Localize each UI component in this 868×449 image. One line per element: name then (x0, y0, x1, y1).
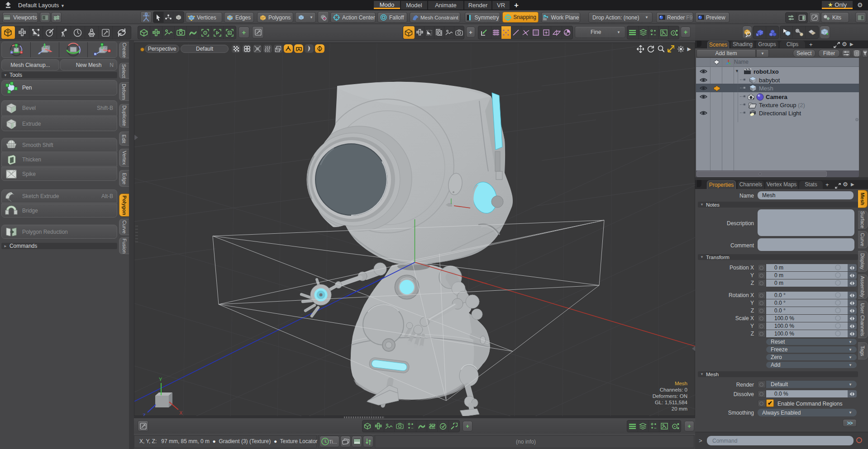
svg-text:X: X (179, 410, 183, 416)
svg-text:GL: 1,511,584: GL: 1,511,584 (655, 400, 688, 405)
svg-text:Channels: 0: Channels: 0 (660, 387, 687, 392)
svg-text:20 mm: 20 mm (672, 406, 687, 411)
svg-text:Mesh: Mesh (675, 381, 687, 386)
svg-text:Deformers: ON: Deformers: ON (653, 393, 687, 399)
svg-text:Y: Y (159, 377, 162, 382)
